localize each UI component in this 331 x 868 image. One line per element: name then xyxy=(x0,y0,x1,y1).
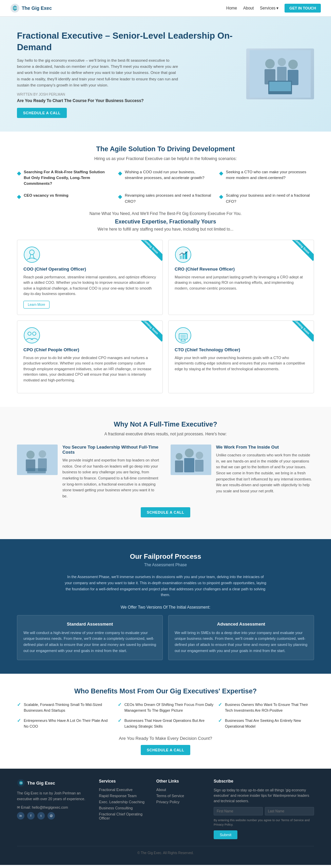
scenario-item: ◆ Seeking a CTO who can make your proces… xyxy=(219,169,314,187)
scenario-icon-1: ◆ xyxy=(17,170,21,176)
logo[interactable]: GE The Gig Exec xyxy=(10,3,52,13)
footer-other-title: Other Links xyxy=(156,779,206,784)
benefit-item-5: ✓ Businesses That Have Great Operations … xyxy=(118,718,214,729)
footer-contact: ✉ Email: hello@thegigexec.com xyxy=(17,805,91,809)
hero-title: Fractional Executive – Senior-Level Lead… xyxy=(17,30,236,53)
footer-link-consulting[interactable]: Business Consulting xyxy=(99,806,148,810)
coo-learn-more-button[interactable]: Learn More xyxy=(23,301,50,309)
hero-content: Fractional Executive – Senior-Level Lead… xyxy=(17,30,236,118)
svg-point-17 xyxy=(24,328,40,343)
cpo-icon xyxy=(23,327,40,344)
email-social-icon[interactable]: @ xyxy=(47,812,55,820)
scenario-item: ◆ Wishing a COO could run your business,… xyxy=(118,169,213,187)
svg-point-5 xyxy=(278,58,286,66)
card-badge-cto: Coming Soon xyxy=(287,320,314,341)
exec-card-cpo: Coming Soon CPO (Chief People Officer) F… xyxy=(17,320,163,394)
footer-grid: GE The Gig Exec The Gig Exec is run by J… xyxy=(17,779,314,839)
why-section: Why Not A Full-Time Executive? A fractio… xyxy=(0,407,331,539)
process-desc: In the Assessment Phase, we'll immerse o… xyxy=(64,574,267,598)
footer-services-col: Services Fractional Executive Rapid Resp… xyxy=(99,779,148,839)
benefits-title: Who Benefits Most From Our Gig Executive… xyxy=(17,687,314,695)
card-badge-cro: Coming Soon xyxy=(287,240,314,261)
benefits-cta-question: Are You Ready To Make Every Decision Cou… xyxy=(17,736,314,741)
process-phase: The Assessment Phase xyxy=(17,563,314,567)
svg-rect-34 xyxy=(195,460,203,472)
exec-card-coo: Coming Soon COO (Chief Operating Officer… xyxy=(17,240,163,315)
svg-point-27 xyxy=(39,450,46,458)
hero-image-placeholder xyxy=(246,48,314,99)
subscribe-desc: Sign up today to stay up-to-date on all … xyxy=(214,788,314,804)
svg-point-7 xyxy=(288,60,298,69)
hero-section: Fractional Executive – Senior-Level Lead… xyxy=(0,17,331,132)
footer-social: in f t @ xyxy=(17,812,91,820)
benefits-section: Who Benefits Most From Our Gig Executive… xyxy=(0,674,331,769)
scenario-icon-3: ◆ xyxy=(219,170,223,176)
scenario-text-1: Searching For A Risk-Free Staffing Solut… xyxy=(24,169,112,187)
advanced-desc: We will bring in SMEs to do a deep dive … xyxy=(175,630,308,654)
svg-text:GE: GE xyxy=(14,7,17,9)
facebook-icon[interactable]: f xyxy=(27,812,35,820)
copyright-text: © The Gig Exec. All Rights Reserved. xyxy=(137,851,194,855)
why-card-title-1: You Secure Top Leadership Without Full-T… xyxy=(62,445,160,455)
cto-icon xyxy=(175,327,192,344)
svg-rect-36 xyxy=(175,460,183,472)
hero-schedule-button[interactable]: SCHEDULE A CALL xyxy=(17,108,67,118)
why-schedule-button[interactable]: SCHEDULE A CALL xyxy=(141,507,191,517)
cro-title: CRO (Chief Revenue Officer) xyxy=(175,267,308,272)
svg-rect-6 xyxy=(277,67,287,83)
footer-link-fractional[interactable]: Fractional Executive xyxy=(99,788,148,792)
check-icon-4: ✓ xyxy=(17,718,21,723)
linkedin-icon[interactable]: in xyxy=(17,812,24,820)
footer-logo: GE The Gig Exec xyxy=(17,779,91,787)
card-badge-coo: Coming Soon xyxy=(136,240,163,261)
exec-card-cro: Coming Soon CRO (Chief Revenue Officer) … xyxy=(168,240,314,315)
standard-title: Standard Assessment xyxy=(23,622,156,627)
nav-home[interactable]: Home xyxy=(226,6,237,11)
footer-link-privacy[interactable]: Privacy Policy xyxy=(156,800,206,804)
benefit-text-6: Businesses That Are Seeking An Entirely … xyxy=(225,718,314,729)
get-in-touch-button[interactable]: GET IN TOUCH xyxy=(285,4,321,13)
cto-title: CTO (Chief Technology Officer) xyxy=(175,347,308,352)
svg-rect-22 xyxy=(180,335,186,338)
process-title: Our Failproof Process xyxy=(17,553,314,560)
footer-link-coo[interactable]: Fractional Chief Operating Officer xyxy=(99,812,148,820)
nav-services[interactable]: Services ▾ xyxy=(260,6,278,11)
agile-subtitle: Hiring us as your Fractional Executive c… xyxy=(17,156,314,161)
why-subtitle: A fractional executive drives results, n… xyxy=(17,432,314,436)
check-icon-2: ✓ xyxy=(118,702,122,707)
hero-author: WRITTEN BY JOSH PERLMAN xyxy=(17,93,236,96)
first-name-input[interactable] xyxy=(214,807,263,815)
footer-link-about[interactable]: About xyxy=(156,788,206,792)
benefit-item-3: ✓ Business Owners Who Want To Ensure Tha… xyxy=(218,702,314,713)
svg-rect-14 xyxy=(180,256,182,259)
scenario-text-6: Scaling your business and in need of a f… xyxy=(226,193,314,204)
check-icon-3: ✓ xyxy=(218,702,222,707)
svg-point-3 xyxy=(265,59,275,68)
why-card-desc-2: Unlike coaches or consultants who work f… xyxy=(216,452,314,494)
svg-text:GE: GE xyxy=(20,782,23,784)
why-card-title-2: We Work From The Inside Out xyxy=(216,445,314,450)
expertise-sub: We're here to fulfill any staffing need … xyxy=(17,227,314,232)
footer-link-rapid[interactable]: Rapid Response Team xyxy=(99,794,148,798)
footer-link-tos[interactable]: Terms of Service xyxy=(156,794,206,798)
twitter-icon[interactable]: t xyxy=(37,812,45,820)
footer-about: The Gig Exec is run by Josh Perlman an e… xyxy=(17,790,91,802)
why-card-image-2 xyxy=(171,445,211,475)
svg-rect-32 xyxy=(184,458,194,472)
benefit-text-4: Entrepreneurs Who Have A Lot On Their Pl… xyxy=(24,718,113,729)
nav-about[interactable]: About xyxy=(243,6,254,11)
scenario-item: ◆ Searching For A Risk-Free Staffing Sol… xyxy=(17,169,112,187)
footer-link-coaching[interactable]: Exec. Leadership Coaching xyxy=(99,800,148,804)
exec-cards: Coming Soon COO (Chief Operating Officer… xyxy=(17,240,314,394)
footer-subscribe-title: Subscribe xyxy=(214,779,314,784)
subscribe-submit-button[interactable]: Submit xyxy=(214,830,237,839)
last-name-input[interactable] xyxy=(265,807,314,815)
scenarios-grid: ◆ Searching For A Risk-Free Staffing Sol… xyxy=(17,169,314,204)
scenario-icon-5: ◆ xyxy=(118,193,122,200)
svg-point-33 xyxy=(196,452,203,459)
card-badge-cpo: Coming Soon xyxy=(136,320,163,341)
process-offer: We Offer Two Versions Of The Initial Ass… xyxy=(17,605,314,610)
navbar: GE The Gig Exec Home About Services ▾ GE… xyxy=(0,0,331,17)
benefits-schedule-button[interactable]: SCHEDULE A CALL xyxy=(141,745,191,755)
footer-other-col: Other Links About Terms of Service Priva… xyxy=(156,779,206,839)
